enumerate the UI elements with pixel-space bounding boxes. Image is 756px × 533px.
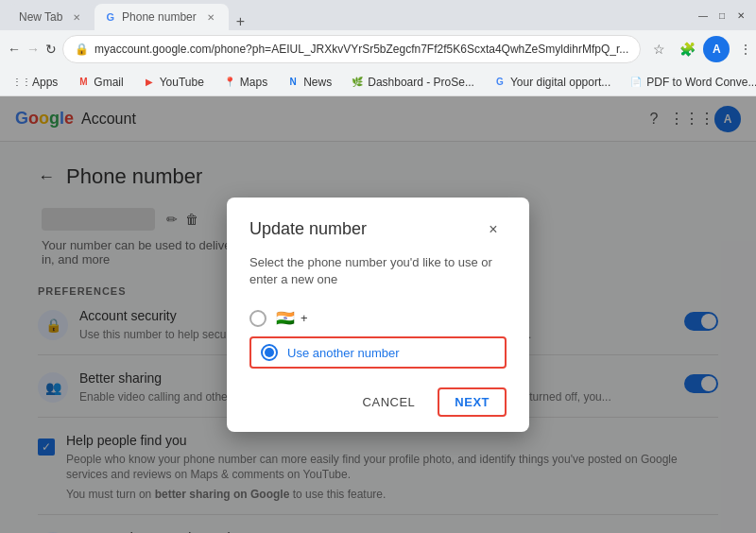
next-button[interactable]: NEXT bbox=[438, 387, 507, 417]
digital-favicon: G bbox=[493, 76, 507, 89]
window-controls: — □ ✕ bbox=[696, 8, 748, 23]
nav-icons: ☆ 🧩 A ⋮ bbox=[646, 36, 756, 62]
page-content: Google Account ? ⋮⋮⋮ A ← Phone number ✏ … bbox=[0, 96, 756, 533]
dialog-overlay: Update number × Select the phone number … bbox=[0, 96, 756, 533]
dialog-header: Update number × bbox=[249, 216, 507, 243]
bookmark-maps[interactable]: 📍 Maps bbox=[215, 73, 275, 92]
bookmark-youtube-label: YouTube bbox=[160, 76, 204, 89]
bookmark-youtube[interactable]: ▶ YouTube bbox=[135, 73, 212, 92]
dashboard-favicon: 🌿 bbox=[351, 76, 364, 89]
tab-new-label: New Tab bbox=[19, 10, 62, 24]
use-another-option[interactable]: Use another number bbox=[249, 336, 507, 369]
existing-radio[interactable] bbox=[249, 310, 266, 327]
tab-area: New Tab ✕ G Phone number ✕ + bbox=[8, 0, 696, 30]
tab-phone-favicon: G bbox=[106, 11, 114, 23]
bookmark-news[interactable]: N News bbox=[279, 73, 339, 92]
profile-button[interactable]: A bbox=[703, 36, 730, 62]
maps-favicon: 📍 bbox=[223, 76, 236, 89]
forward-button[interactable]: → bbox=[26, 36, 40, 62]
menu-button[interactable]: ⋮ bbox=[733, 37, 756, 61]
bookmark-digital-label: Your digital opport... bbox=[510, 76, 610, 89]
use-another-label: Use another number bbox=[287, 346, 400, 360]
existing-number-option[interactable]: 🇮🇳 + bbox=[249, 303, 507, 333]
youtube-favicon: ▶ bbox=[143, 76, 156, 89]
bookmarks-bar: ⋮⋮ Apps M Gmail ▶ YouTube 📍 Maps N News … bbox=[0, 68, 756, 96]
bookmark-gmail[interactable]: M Gmail bbox=[69, 73, 130, 92]
tab-phone[interactable]: G Phone number ✕ bbox=[94, 4, 228, 30]
india-flag-icon: 🇮🇳 bbox=[276, 309, 295, 327]
bookmark-dashboard-label: Dashboard - ProSe... bbox=[368, 76, 474, 89]
another-radio[interactable] bbox=[261, 344, 278, 361]
close-button[interactable]: ✕ bbox=[733, 8, 748, 23]
bookmark-pdf[interactable]: 📄 PDF to Word Conve... bbox=[622, 73, 756, 92]
existing-number-label: 🇮🇳 + bbox=[276, 309, 308, 327]
bookmark-pdf-label: PDF to Word Conve... bbox=[646, 76, 756, 89]
bookmark-maps-label: Maps bbox=[240, 76, 267, 89]
tab-phone-label: Phone number bbox=[122, 10, 197, 24]
dialog-title: Update number bbox=[249, 219, 367, 239]
update-number-dialog: Update number × Select the phone number … bbox=[227, 198, 529, 432]
tab-phone-close[interactable]: ✕ bbox=[204, 10, 217, 24]
bookmark-dashboard[interactable]: 🌿 Dashboard - ProSe... bbox=[343, 73, 482, 92]
bookmark-apps[interactable]: ⋮⋮ Apps bbox=[8, 73, 65, 92]
tab-new-close[interactable]: ✕ bbox=[70, 10, 83, 24]
dialog-actions: CANCEL NEXT bbox=[249, 387, 507, 417]
dialog-close-button[interactable]: × bbox=[480, 216, 507, 243]
plus-sign: + bbox=[301, 311, 308, 325]
new-tab-button[interactable]: + bbox=[229, 13, 252, 30]
bookmark-news-label: News bbox=[303, 76, 332, 89]
cancel-button[interactable]: CANCEL bbox=[348, 387, 431, 417]
bookmark-gmail-label: Gmail bbox=[94, 76, 123, 89]
bookmark-star-button[interactable]: ☆ bbox=[646, 37, 671, 61]
bookmark-digital[interactable]: G Your digital opport... bbox=[486, 73, 618, 92]
tab-new[interactable]: New Tab ✕ bbox=[8, 4, 94, 30]
address-text: myaccount.google.com/phone?ph=AEIUL_JRXk… bbox=[94, 43, 628, 56]
reload-button[interactable]: ↻ bbox=[45, 36, 57, 62]
gmail-favicon: M bbox=[77, 76, 90, 89]
pdf-favicon: 📄 bbox=[629, 76, 643, 89]
bookmark-apps-label: Apps bbox=[32, 76, 58, 89]
back-button[interactable]: ← bbox=[8, 36, 21, 62]
title-bar: New Tab ✕ G Phone number ✕ + — □ ✕ bbox=[0, 0, 756, 30]
nav-bar: ← → ↻ 🔒 myaccount.google.com/phone?ph=AE… bbox=[0, 30, 756, 68]
lock-icon: 🔒 bbox=[75, 43, 89, 56]
address-bar[interactable]: 🔒 myaccount.google.com/phone?ph=AEIUL_JR… bbox=[62, 35, 641, 63]
dialog-description: Select the phone number you'd like to us… bbox=[249, 254, 507, 288]
apps-favicon: ⋮⋮ bbox=[15, 76, 28, 89]
minimize-button[interactable]: — bbox=[696, 8, 711, 23]
maximize-button[interactable]: □ bbox=[714, 8, 730, 23]
news-favicon: N bbox=[286, 76, 300, 89]
extensions-button[interactable]: 🧩 bbox=[675, 37, 699, 61]
